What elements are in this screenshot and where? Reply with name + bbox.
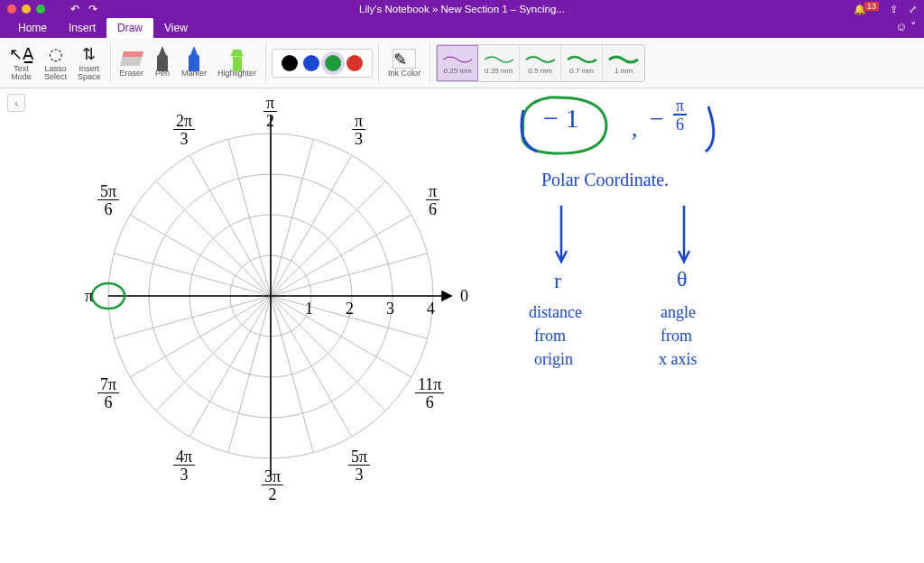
tab-view[interactable]: View <box>153 18 199 38</box>
thickness-label: 0.25 mm <box>444 67 472 75</box>
ink-r-desc1: distance <box>529 303 582 322</box>
redo-icon[interactable]: ↷ <box>88 3 97 15</box>
ink-heading: Polar Coordinate. <box>541 170 669 190</box>
angle-4pi-3: 4π3 <box>173 448 195 483</box>
thickness-05[interactable]: 0.5 mm <box>520 45 561 81</box>
window-controls <box>7 5 45 14</box>
ribbon: ↖A̲ Text Mode ◌ Lasso Select ⇅ Insert Sp… <box>0 38 924 88</box>
highlighter-icon <box>229 49 245 69</box>
minimize-traffic-light[interactable] <box>22 5 31 14</box>
swatch-red[interactable] <box>346 55 363 71</box>
ink-strokes <box>505 88 812 395</box>
ink-r-desc2: from <box>534 327 566 346</box>
thickness-label: 0.7 mm <box>569 67 594 75</box>
separator <box>430 43 430 83</box>
undo-redo-group: ↶ ↷ <box>70 3 97 15</box>
angle-7pi-6: 7π6 <box>97 375 119 411</box>
color-swatches <box>272 49 373 78</box>
radius-3: 3 <box>386 300 394 318</box>
radius-2: 2 <box>346 300 354 318</box>
pen-button[interactable]: Pen <box>151 41 174 86</box>
angle-5pi-3: 5π3 <box>348 448 370 483</box>
lasso-icon: ◌ <box>49 44 63 64</box>
text-mode-icon: ↖A̲ <box>9 44 33 64</box>
marker-icon <box>186 49 202 69</box>
ink-color-label: Ink Color <box>388 69 420 78</box>
titlebar-right: 🔔13 ⇪ ⤢ <box>854 4 917 15</box>
angle-pi: π <box>85 287 93 306</box>
swatch-black[interactable] <box>282 55 298 71</box>
thickness-label: 1 mm <box>614 67 633 75</box>
pen-icon <box>154 49 171 69</box>
zoom-traffic-light[interactable] <box>36 5 45 14</box>
insert-space-label: Insert Space <box>78 65 101 81</box>
lasso-label: Lasso Select <box>44 65 67 81</box>
ink-neg: − <box>650 105 664 134</box>
polar-grid: π2 2π3 π3 5π6 π6 0 π 7π6 11π6 4π3 5π3 3π… <box>72 97 469 498</box>
ink-color-button[interactable]: ✎ Ink Color <box>384 41 424 86</box>
feedback-smile-icon[interactable]: ☺ ˅ <box>895 20 917 33</box>
swatch-blue[interactable] <box>303 55 319 71</box>
ink-r-desc3: origin <box>534 350 573 369</box>
thickness-label: 0.5 mm <box>528 67 552 75</box>
ink-comma: , <box>632 115 638 143</box>
share-icon[interactable]: ⇪ <box>890 4 898 15</box>
back-button[interactable]: ‹ <box>7 94 25 112</box>
undo-icon[interactable]: ↶ <box>70 3 79 15</box>
eraser-icon <box>122 49 142 69</box>
ink-t-desc3: x axis <box>659 350 698 369</box>
text-mode-button[interactable]: ↖A̲ Text Mode <box>5 41 37 86</box>
radius-1: 1 <box>305 300 313 318</box>
thickness-07[interactable]: 0.7 mm <box>561 45 603 81</box>
ink-r: r <box>554 269 561 293</box>
ink-color-icon: ✎ <box>393 49 416 69</box>
angle-0: 0 <box>460 287 468 306</box>
insert-space-button[interactable]: ⇅ Insert Space <box>74 41 105 86</box>
eraser-label: Eraser <box>120 69 144 78</box>
angle-11pi-6: 11π6 <box>415 375 444 411</box>
angle-pi-6: π6 <box>426 182 439 217</box>
angle-2pi-3: 2π3 <box>173 112 195 147</box>
tab-insert[interactable]: Insert <box>58 18 106 38</box>
separator <box>378 43 379 83</box>
notification-badge: 13 <box>864 2 879 11</box>
angle-pi-3: π3 <box>352 112 365 147</box>
ink-pi-6: π6 <box>673 92 687 133</box>
tab-home[interactable]: Home <box>7 18 58 38</box>
canvas[interactable]: ‹ <box>0 88 924 563</box>
eraser-button[interactable]: Eraser <box>116 41 148 86</box>
text-mode-label: Text Mode <box>11 65 32 81</box>
notebook-name[interactable]: Lily's Notebook <box>359 4 430 14</box>
ink-t-desc1: angle <box>661 303 696 322</box>
thickness-035[interactable]: 0.35 mm <box>478 45 520 81</box>
close-traffic-light[interactable] <box>7 5 16 14</box>
separator <box>265 43 266 83</box>
thickness-group: 0.25 mm 0.35 mm 0.5 mm 0.7 mm 1 mm <box>436 44 645 82</box>
thickness-025[interactable]: 0.25 mm <box>437 45 478 81</box>
thickness-1[interactable]: 1 mm <box>603 45 644 81</box>
insert-space-icon: ⇅ <box>82 44 96 64</box>
fullscreen-icon[interactable]: ⤢ <box>909 4 917 15</box>
thickness-label: 0.35 mm <box>485 67 513 75</box>
breadcrumb-sep: » <box>432 4 438 14</box>
angle-5pi-6: 5π6 <box>97 182 119 217</box>
ink-minus-one: − 1 <box>543 103 578 134</box>
window-title: Lily's Notebook » New Section 1 – Syncin… <box>359 4 565 14</box>
tab-draw[interactable]: Draw <box>106 18 153 38</box>
notification-bell-icon[interactable]: 🔔13 <box>854 4 879 15</box>
separator <box>110 43 111 83</box>
ink-theta: θ <box>677 267 688 291</box>
angle-3pi-2: 3π2 <box>262 467 283 503</box>
menu-bar: Home Insert Draw View ☺ ˅ <box>0 18 924 38</box>
highlighter-button[interactable]: Highlighter <box>214 41 260 86</box>
section-name[interactable]: New Section 1 – Syncing... <box>441 4 565 14</box>
radius-4: 4 <box>427 300 435 318</box>
marker-button[interactable]: Marker <box>178 41 210 86</box>
titlebar: ↶ ↷ Lily's Notebook » New Section 1 – Sy… <box>0 0 924 18</box>
ink-t-desc2: from <box>661 327 692 346</box>
swatch-green-selected[interactable] <box>325 55 341 71</box>
angle-pi-2: π2 <box>263 94 277 129</box>
lasso-select-button[interactable]: ◌ Lasso Select <box>41 41 70 86</box>
svg-marker-18 <box>442 291 451 300</box>
